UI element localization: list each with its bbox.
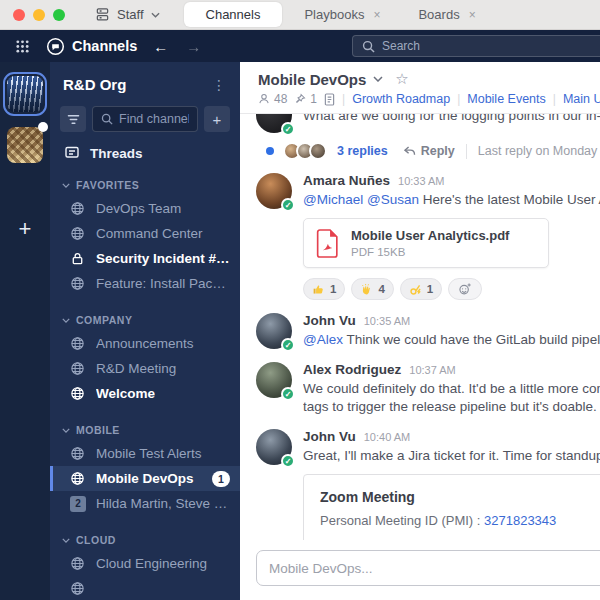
close-tab-icon[interactable]: ×: [469, 8, 476, 22]
minimize-window-button[interactable]: [33, 9, 45, 21]
message-author[interactable]: Alex Rodriguez: [303, 362, 401, 377]
sidebar-item-announcements[interactable]: Announcements: [50, 331, 240, 356]
file-attachment[interactable]: Mobile User Analytics.pdf PDF 15KB: [303, 218, 549, 268]
sidebar-item-devops-team[interactable]: DevOps Team: [50, 196, 240, 221]
org-menu-kebab-icon[interactable]: ⋮: [212, 77, 227, 93]
member-count[interactable]: 48: [258, 92, 287, 106]
online-status-icon: ✓: [281, 122, 295, 136]
search-icon: [362, 40, 375, 53]
team-rail: +: [0, 62, 50, 600]
message-author[interactable]: Amara Nuñes: [303, 173, 390, 188]
threads-icon: [64, 145, 80, 161]
reply-arrow-icon: [403, 146, 416, 157]
message-list: ✓ What are we doing for the logging poin…: [240, 114, 600, 540]
online-status-icon: ✓: [281, 198, 295, 212]
chevron-down-icon[interactable]: [373, 76, 383, 82]
sidebar-item-feature-install[interactable]: Feature: Install Packa ...: [50, 271, 240, 296]
sidebar-item-rd-meeting[interactable]: R&D Meeting: [50, 356, 240, 381]
product-grid-icon[interactable]: [15, 39, 30, 54]
reaction-clap[interactable]: 4: [351, 278, 393, 300]
filter-button[interactable]: [60, 106, 86, 132]
close-window-button[interactable]: [13, 9, 25, 21]
sidebar-item-clipped[interactable]: [50, 576, 240, 600]
zoom-meeting-card: Zoom Meeting Personal Meeting ID (PMI) :…: [303, 474, 600, 540]
server-stack-icon: [95, 7, 110, 22]
globe-icon: [70, 361, 86, 376]
notification-dot: [38, 122, 48, 132]
globe-icon: [70, 226, 86, 241]
zoom-window-button[interactable]: [53, 9, 65, 21]
globe-icon: [70, 276, 86, 291]
channel-link-mobile-events[interactable]: Mobile Events: [467, 92, 546, 106]
favorite-star-icon[interactable]: ☆: [395, 70, 408, 88]
thread-replies-link[interactable]: 3 replies: [337, 144, 388, 158]
section-header[interactable]: FAVORITES: [50, 174, 240, 196]
reaction-ok-hand[interactable]: 1: [400, 278, 442, 300]
sidebar-item-cloud-engineering[interactable]: Cloud Engineering: [50, 551, 240, 576]
message-author[interactable]: John Vu: [303, 313, 356, 328]
history-nav: ← →: [153, 38, 201, 55]
product-name: Channels: [72, 38, 137, 54]
team-second[interactable]: [5, 125, 45, 165]
message-input-box[interactable]: [256, 550, 600, 586]
find-channels-input[interactable]: [119, 112, 189, 126]
sidebar-section-cloud: CLOUD Cloud Engineering: [50, 529, 240, 600]
channels-bubble-icon: [46, 37, 65, 56]
channel-files-button[interactable]: [324, 93, 335, 106]
reactions-row: 1 4 1: [303, 278, 600, 300]
channel-link-growth-roadmap[interactable]: Growth Roadmap: [352, 92, 450, 106]
add-channel-button[interactable]: +: [204, 106, 230, 132]
message-author[interactable]: John Vu: [303, 429, 356, 444]
team-switcher-menu[interactable]: Staff: [95, 7, 160, 22]
sidebar-item-welcome[interactable]: Welcome: [50, 381, 240, 406]
reaction-thumbs-up[interactable]: 1: [303, 278, 345, 300]
close-tab-icon[interactable]: ×: [373, 8, 380, 22]
section-header[interactable]: MOBILE: [50, 419, 240, 441]
find-channels-box[interactable]: [92, 106, 198, 132]
sidebar-item-mobile-devops[interactable]: Mobile DevOps 1: [50, 466, 240, 491]
back-arrow-icon[interactable]: ←: [153, 38, 168, 55]
message-text: @Michael @Susan Here's the latest Mobile…: [303, 191, 600, 209]
avatar[interactable]: ✓: [256, 173, 292, 209]
message-input[interactable]: [269, 561, 600, 576]
sidebar-item-command-center[interactable]: Command Center: [50, 221, 240, 246]
add-reaction-button[interactable]: [448, 278, 482, 300]
last-reply-time: Last reply on Monday: [478, 144, 598, 158]
avatar[interactable]: ✓: [256, 313, 292, 349]
channel-link-main-user-stories[interactable]: Main User Stories: [563, 92, 600, 106]
sidebar-section-mobile: MOBILE Mobile Test Alerts Mobile DevOps …: [50, 419, 240, 516]
sidebar-item-group-dm[interactable]: 2 Hilda Martin, Steve M...: [50, 491, 240, 516]
sidebar-section-favorites: FAVORITES DevOps Team Command Center Sec…: [50, 174, 240, 296]
avatar[interactable]: ✓: [256, 429, 292, 465]
pinned-count[interactable]: 1: [294, 92, 317, 106]
sidebar-section-company: COMPANY Announcements R&D Meeting Welcom…: [50, 309, 240, 406]
channel-sidebar: R&D Org ⋮ +: [50, 62, 240, 600]
avatar[interactable]: ✓: [256, 114, 292, 133]
search-input[interactable]: [382, 39, 594, 53]
globe-icon: [70, 336, 86, 351]
section-header[interactable]: COMPANY: [50, 309, 240, 331]
sidebar-item-mobile-test-alerts[interactable]: Mobile Test Alerts: [50, 441, 240, 466]
message: ✓ John Vu 10:40 AM Great, I'll make a Ji…: [256, 429, 600, 540]
section-header[interactable]: CLOUD: [50, 529, 240, 551]
sidebar-item-security-incident[interactable]: Security Incident #4 ...: [50, 246, 240, 271]
chevron-down-icon: [62, 183, 70, 188]
avatar[interactable]: ✓: [256, 362, 292, 398]
global-search[interactable]: [352, 35, 600, 57]
pmi-number-link[interactable]: 3271823343: [484, 513, 556, 528]
forward-arrow-icon[interactable]: →: [186, 38, 201, 55]
channels-logo: Channels: [46, 37, 137, 56]
mention[interactable]: @Michael @Susan: [303, 192, 419, 207]
tab-boards[interactable]: Boards ×: [402, 2, 491, 27]
reply-button[interactable]: Reply: [403, 144, 455, 158]
message-text: tags to trigger the release pipeline but…: [303, 398, 600, 416]
mention[interactable]: @Alex: [303, 332, 343, 347]
thread-summary[interactable]: 3 replies Reply Last reply on Monday: [266, 142, 600, 160]
team-rd-org[interactable]: [3, 72, 47, 116]
channel-title[interactable]: Mobile DevOps: [258, 71, 366, 88]
woven-pattern-team-icon: [7, 127, 43, 163]
sidebar-item-threads[interactable]: Threads: [50, 145, 240, 161]
add-team-button[interactable]: +: [19, 216, 32, 242]
tab-channels[interactable]: Channels: [184, 2, 283, 27]
tab-playbooks[interactable]: Playbooks ×: [288, 2, 396, 27]
